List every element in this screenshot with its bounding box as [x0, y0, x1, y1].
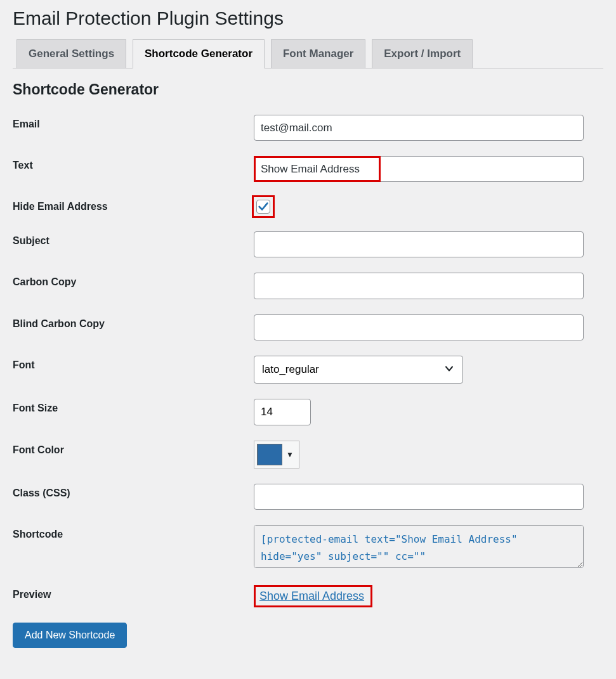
cc-input[interactable]	[254, 273, 584, 299]
label-font: Font	[13, 348, 254, 392]
font-select[interactable]: lato_regular	[254, 356, 463, 384]
form-table: Email Text Hide Email Address	[13, 107, 603, 615]
shortcode-output[interactable]: [protected-email text="Show Email Addres…	[254, 525, 584, 568]
check-icon	[258, 201, 269, 212]
label-bcc: Blind Carbon Copy	[13, 307, 254, 348]
text-input[interactable]	[254, 156, 584, 182]
label-css-class: Class (CSS)	[13, 476, 254, 517]
section-title: Shortcode Generator	[13, 81, 603, 98]
page-title: Email Protection Plugin Settings	[13, 0, 603, 34]
email-input[interactable]	[254, 115, 584, 141]
label-preview: Preview	[13, 578, 254, 615]
label-font-color: Font Color	[13, 433, 254, 476]
label-email: Email	[13, 107, 254, 148]
label-subject: Subject	[13, 224, 254, 265]
label-shortcode: Shortcode	[13, 517, 254, 578]
label-text: Text	[13, 148, 254, 190]
tab-font-manager[interactable]: Font Manager	[271, 39, 365, 68]
add-new-shortcode-button[interactable]: Add New Shortcode	[13, 623, 127, 648]
caret-down-icon: ▼	[286, 450, 294, 459]
tab-shortcode-generator[interactable]: Shortcode Generator	[133, 39, 265, 68]
tab-bar: General Settings Shortcode Generator Fon…	[13, 34, 603, 68]
css-class-input[interactable]	[254, 484, 584, 510]
bcc-input[interactable]	[254, 314, 584, 340]
tab-general-settings[interactable]: General Settings	[16, 39, 126, 68]
label-font-size: Font Size	[13, 391, 254, 432]
preview-link[interactable]: Show Email Address	[259, 590, 364, 602]
tab-export-import[interactable]: Export / Import	[372, 39, 473, 68]
font-color-picker[interactable]: ▼	[254, 441, 299, 469]
font-size-input[interactable]	[254, 399, 311, 425]
subject-input[interactable]	[254, 231, 584, 257]
label-cc: Carbon Copy	[13, 265, 254, 306]
hide-email-checkbox[interactable]	[256, 200, 270, 214]
color-swatch	[257, 444, 282, 465]
label-hide-email: Hide Email Address	[13, 190, 254, 224]
